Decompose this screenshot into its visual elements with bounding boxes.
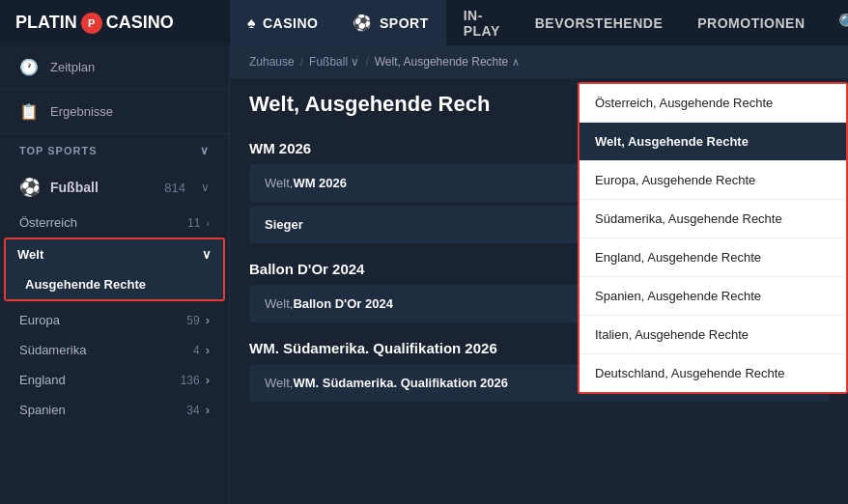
nav-sport-label: SPORT <box>380 15 429 31</box>
osterreich-count: 11 <box>187 216 200 230</box>
nav-promotionen-label: PROMOTIONEN <box>697 15 805 31</box>
sidebar-item-zeitplan[interactable]: 🕐 Zeitplan <box>0 45 229 90</box>
osterreich-label: Österreich <box>19 215 77 230</box>
dropdown-item-osterreich[interactable]: Österreich, Ausgehende Rechte <box>579 84 846 123</box>
region-spanien[interactable]: Spanien 34 › <box>0 395 229 425</box>
breadcrumb-home[interactable]: Zuhause <box>249 55 295 69</box>
logo: PLATIN P CASINO <box>15 13 174 34</box>
breadcrumb-arrow[interactable]: ∧ <box>512 56 520 69</box>
main-body: 🕐 Zeitplan 📋 Ergebnisse TOP SPORTS ∨ ⚽ F… <box>0 45 848 504</box>
breadcrumb-sep-2: / <box>365 55 368 69</box>
england-count: 136 <box>181 374 200 387</box>
welt-chevron: ∨ <box>202 247 212 262</box>
dropdown-item-europa[interactable]: Europa, Ausgehende Rechte <box>579 161 846 200</box>
sidebar: 🕐 Zeitplan 📋 Ergebnisse TOP SPORTS ∨ ⚽ F… <box>0 45 230 504</box>
sudamerika-count: 4 <box>193 344 200 357</box>
nav-item-bevorstehende[interactable]: BEVORSTEHENDE <box>518 0 681 45</box>
england-chevron: › <box>206 373 210 387</box>
sudamerika-chevron: › <box>206 343 210 357</box>
clock-icon: 🕐 <box>19 58 39 76</box>
nav-bevorstehende-label: BEVORSTEHENDE <box>535 15 664 31</box>
dropdown-item-england[interactable]: England, Ausgehende Rechte <box>579 238 846 277</box>
region-osterreich[interactable]: Österreich 11 › <box>0 208 229 238</box>
fussball-count: 814 <box>164 181 185 195</box>
bet-row-sud-bold: WM. Südamerika. Qualifikation 2026 <box>293 376 508 390</box>
breadcrumb-current: Welt, Ausgehende Rechte ∧ <box>375 55 521 69</box>
fussball-chevron: ∨ <box>201 181 210 194</box>
top-sports-label: TOP SPORTS <box>19 145 98 156</box>
bet-row-bold-1: WM 2026 <box>293 176 347 190</box>
england-label: England <box>19 373 66 387</box>
bet-row-sud-prefix: Welt, <box>265 376 293 390</box>
spanien-label: Spanien <box>19 403 66 417</box>
sport-icon: ⚽ <box>353 14 373 32</box>
bet-row-sieger: Sieger <box>265 217 303 232</box>
region-sudamerika[interactable]: Südamerika 4 › <box>0 335 229 365</box>
dropdown-item-italien[interactable]: Italien, Ausgehende Rechte <box>579 316 846 354</box>
logo-badge: P <box>81 13 102 34</box>
region-europa[interactable]: Europa 59 › <box>0 305 229 335</box>
top-sports-chevron[interactable]: ∨ <box>200 144 210 157</box>
bet-row-ballon-bold: Ballon D'Or 2024 <box>293 296 393 311</box>
search-button[interactable]: 🔍 <box>823 0 848 45</box>
nav-item-casino[interactable]: ♠ CASINO <box>230 0 335 45</box>
breadcrumb: Zuhause / Fußball ∨ / Welt, Ausgehende R… <box>230 45 848 78</box>
search-icon: 🔍 <box>838 13 848 34</box>
sudamerika-label: Südamerika <box>19 343 86 357</box>
content-area: Zuhause / Fußball ∨ / Welt, Ausgehende R… <box>230 45 848 504</box>
breadcrumb-sep-1: / <box>300 55 303 69</box>
nav-item-promotionen[interactable]: PROMOTIONEN <box>680 0 822 45</box>
sport-item-fussball[interactable]: ⚽ Fußball 814 ∨ <box>0 167 229 208</box>
spanien-chevron: › <box>206 403 210 417</box>
logo-casino: CASINO <box>106 13 174 33</box>
europa-count: 59 <box>186 314 199 327</box>
dropdown-item-sudamerika[interactable]: Südamerika, Ausgehende Rechte <box>579 200 846 238</box>
welt-section: Welt ∨ Ausgehende Rechte <box>4 238 225 301</box>
casino-icon: ♠ <box>247 14 256 32</box>
nav-inplay-label: IN-PLAY <box>464 8 500 39</box>
welt-sub-label: Ausgehende Rechte <box>25 277 146 292</box>
bet-row-prefix-1: Welt, <box>265 176 293 190</box>
dropdown-item-spanien[interactable]: Spanien, Ausgehende Rechte <box>579 277 846 316</box>
region-dropdown: Österreich, Ausgehende Rechte Welt, Ausg… <box>578 82 848 394</box>
top-navigation: PLATIN P CASINO ♠ CASINO ⚽ SPORT IN-PLAY… <box>0 0 848 45</box>
welt-header[interactable]: Welt ∨ <box>6 239 223 269</box>
zeitplan-label: Zeitplan <box>50 60 95 74</box>
europa-chevron: › <box>206 313 210 327</box>
breadcrumb-sport[interactable]: Fußball ∨ <box>309 55 359 69</box>
sidebar-item-ergebnisse[interactable]: 📋 Ergebnisse <box>0 90 229 134</box>
region-england[interactable]: England 136 › <box>0 365 229 395</box>
fussball-label: Fußball <box>50 180 155 195</box>
nav-item-inplay[interactable]: IN-PLAY <box>446 0 518 45</box>
europa-label: Europa <box>19 313 60 327</box>
osterreich-chevron: › <box>206 217 210 229</box>
nav-item-sport[interactable]: ⚽ SPORT <box>335 0 445 45</box>
dropdown-item-welt[interactable]: Welt, Ausgehende Rechte <box>579 123 846 161</box>
logo-area: PLATIN P CASINO <box>0 13 230 34</box>
fussball-icon: ⚽ <box>19 177 41 198</box>
spanien-count: 34 <box>186 404 199 417</box>
bet-row-ballon-prefix: Welt, <box>265 296 293 311</box>
welt-ausgehende-rechte[interactable]: Ausgehende Rechte <box>6 269 223 299</box>
nav-casino-label: CASINO <box>263 15 318 31</box>
top-sports-header: TOP SPORTS ∨ <box>0 134 229 167</box>
welt-label: Welt <box>17 247 43 262</box>
results-icon: 📋 <box>19 102 39 121</box>
nav-items: ♠ CASINO ⚽ SPORT IN-PLAY BEVORSTEHENDE P… <box>230 0 848 45</box>
dropdown-item-deutschland[interactable]: Deutschland, Ausgehende Rechte <box>579 354 846 392</box>
logo-platin: PLATIN <box>15 13 77 33</box>
ergebnisse-label: Ergebnisse <box>50 104 113 119</box>
